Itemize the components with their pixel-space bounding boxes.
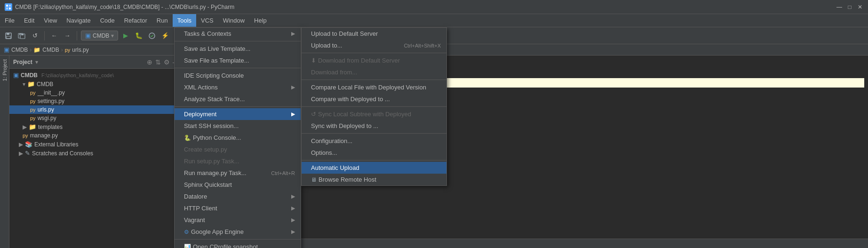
menu-ide-scripting[interactable]: IDE Scripting Console	[175, 70, 301, 81]
tree-folder-cmdb[interactable]: ▾ 📁 CMDB	[9, 80, 183, 88]
app-icon	[5, 3, 12, 11]
project-panel: Project ▾ ⊕ ⇅ ⚙ — ▣ CMDB F:\ziliao\pytho…	[9, 56, 183, 248]
menu-google-app-engine[interactable]: ⚙Google App Engine ▶	[175, 226, 301, 238]
menu-sep-2	[175, 68, 301, 68]
breadcrumb-cmdb-1[interactable]: CMDB	[11, 47, 28, 53]
tools-menu-dropdown: Tasks & Contexts ▶ Save as Live Template…	[174, 27, 301, 248]
collapse-icon[interactable]: ⇅	[155, 58, 161, 66]
deploy-sep-2	[302, 80, 446, 80]
tree-file-settings[interactable]: py settings.py	[9, 97, 183, 105]
menu-file[interactable]: File	[0, 14, 19, 27]
menu-run-setup-task: Run setup.py Task...	[175, 155, 301, 167]
deploy-upload-default[interactable]: Upload to Default Server	[302, 28, 446, 40]
save-all-button[interactable]	[16, 30, 27, 41]
profile-button[interactable]: ⚡	[159, 30, 171, 41]
menu-cprofile[interactable]: 📊Open CProfile snapshot	[175, 241, 301, 248]
deploy-compare-local[interactable]: Compare Local File with Deployed Version	[302, 81, 446, 93]
menu-help[interactable]: Help	[249, 14, 271, 27]
deploy-sync-with[interactable]: Sync with Deployed to ...	[302, 120, 446, 132]
tree-folder-templates[interactable]: ▶ 📁 templates	[9, 122, 183, 131]
settings-icon[interactable]: ⚙	[164, 58, 170, 66]
back-button[interactable]: ←	[48, 30, 60, 41]
tree-file-manage[interactable]: py manage.py	[9, 131, 183, 140]
project-tree: ▣ CMDB F:\ziliao\python_kaifa\my_code\ ▾…	[9, 69, 183, 248]
title-bar-left: CMDB [F:\ziliao\python_kaifa\my_code\18_…	[5, 3, 234, 11]
maximize-button[interactable]: □	[846, 4, 853, 10]
deploy-sep-5	[302, 160, 446, 160]
svg-rect-5	[7, 33, 9, 35]
toolbar-sep-1	[44, 31, 45, 40]
menu-view[interactable]: View	[39, 14, 62, 27]
deploy-sync-local: ↺Sync Local Subtree with Deployed	[302, 108, 446, 120]
svg-rect-2	[6, 8, 8, 9]
deploy-download-from: Download from...	[302, 66, 446, 78]
deployment-submenu: Upload to Default Server Upload to... Ct…	[301, 27, 447, 186]
coverage-button[interactable]	[146, 30, 158, 41]
breadcrumb-cmdb-2[interactable]: CMDB	[42, 47, 59, 53]
menu-deployment[interactable]: Deployment ▶	[175, 108, 301, 120]
menu-window[interactable]: Window	[218, 14, 249, 27]
deploy-configuration[interactable]: Configuration...	[302, 135, 446, 147]
save-button[interactable]	[3, 30, 14, 41]
menu-save-live-template[interactable]: Save as Live Template...	[175, 43, 301, 55]
menu-tools[interactable]: Tools	[173, 14, 196, 27]
deploy-upload-to[interactable]: Upload to... Ctrl+Alt+Shift+X	[302, 40, 446, 51]
run-config-label: CMDB	[93, 32, 109, 39]
svg-rect-3	[9, 8, 11, 9]
tree-root-cmdb[interactable]: ▣ CMDB F:\ziliao\python_kaifa\my_code\	[9, 71, 183, 80]
menu-navigate[interactable]: Navigate	[62, 14, 95, 27]
tree-external-libs[interactable]: ▶ 📚 External Libraries	[9, 140, 183, 149]
svg-rect-0	[6, 5, 8, 7]
menu-save-file-template[interactable]: Save File as Template...	[175, 55, 301, 66]
deploy-options[interactable]: Options...	[302, 147, 446, 159]
menu-xml-actions[interactable]: XML Actions ▶	[175, 81, 301, 93]
menu-python-console[interactable]: 🐍Python Console...	[175, 132, 301, 144]
svg-rect-1	[9, 5, 11, 7]
menu-bar: File Edit View Navigate Code Refactor Ru…	[0, 14, 868, 27]
menu-create-setup: Create setup.py	[175, 144, 301, 155]
deploy-automatic-upload[interactable]: Automatic Upload	[302, 162, 446, 174]
menu-refactor[interactable]: Refactor	[119, 14, 152, 27]
svg-rect-10	[21, 34, 24, 35]
title-bar: CMDB [F:\ziliao\python_kaifa\my_code\18_…	[0, 0, 868, 14]
tree-file-init[interactable]: py __init__.py	[9, 88, 183, 97]
window-title: CMDB [F:\ziliao\python_kaifa\my_code\18_…	[15, 4, 234, 10]
menu-manage-py[interactable]: Run manage.py Task... Ctrl+Alt+R	[175, 167, 301, 179]
menu-vagrant[interactable]: Vagrant ▶	[175, 214, 301, 226]
menu-analyze-stack[interactable]: Analyze Stack Trace...	[175, 93, 301, 105]
deploy-browse-remote[interactable]: 🖥Browse Remote Host	[302, 174, 446, 185]
deploy-download-default: ⬇Download from Default Server	[302, 55, 446, 66]
minimize-button[interactable]: —	[836, 4, 843, 10]
run-button[interactable]: ▶	[120, 30, 131, 41]
window-controls[interactable]: — □ ✕	[836, 4, 863, 10]
run-config-dropdown[interactable]: ▣ CMDB ▾	[81, 31, 118, 40]
menu-sep-1	[175, 41, 301, 41]
panel-title: Project	[13, 59, 32, 65]
menu-edit[interactable]: Edit	[19, 14, 39, 27]
forward-button[interactable]: →	[62, 30, 73, 41]
menu-run[interactable]: Run	[152, 14, 173, 27]
menu-code[interactable]: Code	[96, 14, 119, 27]
menu-http-client[interactable]: HTTP Client ▶	[175, 202, 301, 214]
debug-button[interactable]: 🐛	[133, 30, 144, 41]
menu-datalore[interactable]: Datalore ▶	[175, 191, 301, 202]
menu-ssh-session[interactable]: Start SSH session...	[175, 120, 301, 132]
menu-sphinx[interactable]: Sphinx Quickstart	[175, 179, 301, 191]
menu-tasks-contexts[interactable]: Tasks & Contexts ▶	[175, 28, 301, 40]
panel-header: Project ▾ ⊕ ⇅ ⚙ —	[9, 56, 183, 69]
deploy-sep-1	[302, 53, 446, 53]
close-button[interactable]: ✕	[857, 4, 863, 10]
scope-icon[interactable]: ⊕	[147, 58, 152, 66]
tree-file-wsgi[interactable]: py wsgi.py	[9, 114, 183, 122]
breadcrumb-urls[interactable]: urls.py	[72, 47, 88, 53]
sync-button[interactable]: ↺	[29, 30, 40, 41]
tree-scratches[interactable]: ▶ ✎ Scratches and Consoles	[9, 149, 183, 158]
side-tab: 1: Project	[0, 56, 9, 248]
menu-vcs[interactable]: VCS	[196, 14, 218, 27]
tree-file-urls[interactable]: py urls.py	[9, 105, 183, 114]
toolbar-sep-2	[77, 31, 77, 40]
menu-sep-4	[175, 239, 301, 240]
deploy-compare-with[interactable]: Compare with Deployed to ...	[302, 93, 446, 105]
menu-sep-3	[175, 106, 301, 107]
project-tab[interactable]: 1: Project	[0, 56, 9, 85]
